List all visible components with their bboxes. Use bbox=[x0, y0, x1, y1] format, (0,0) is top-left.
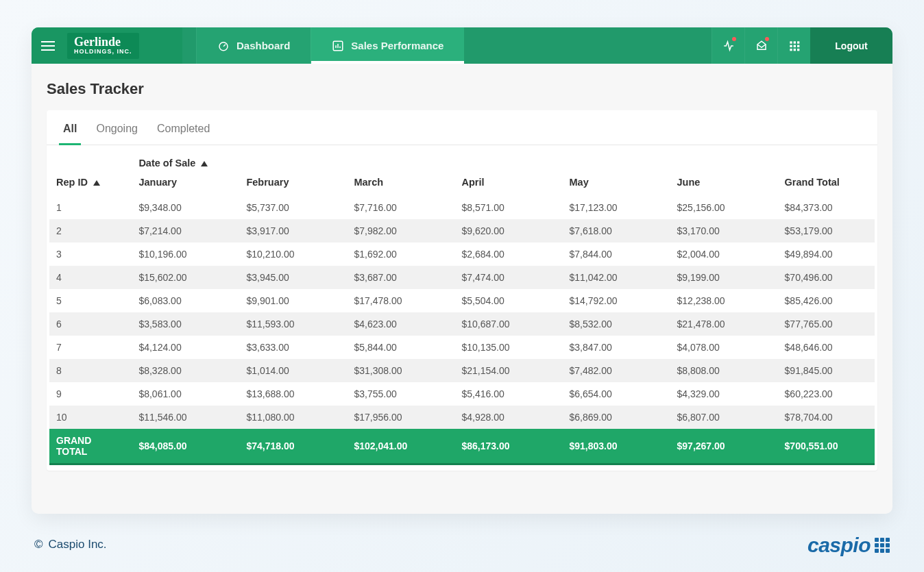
table-cell: $15,602.00 bbox=[132, 266, 239, 289]
table-cell: $17,956.00 bbox=[347, 406, 454, 429]
dashboard-icon bbox=[217, 40, 230, 52]
page-title: Sales Tracker bbox=[47, 80, 877, 98]
svg-rect-9 bbox=[793, 49, 795, 51]
table-row: 3$10,196.00$10,210.00$1,692.00$2,684.00$… bbox=[49, 243, 875, 266]
nav-dashboard[interactable]: Dashboard bbox=[196, 27, 311, 64]
table-cell: $9,199.00 bbox=[670, 266, 778, 289]
table-cell: $3,847.00 bbox=[563, 336, 670, 359]
tab-completed[interactable]: Completed bbox=[157, 123, 210, 145]
table-cell: $70,496.00 bbox=[778, 266, 875, 289]
table-cell: $7,982.00 bbox=[347, 219, 454, 243]
col-june[interactable]: June bbox=[670, 173, 778, 196]
table-row: 9$8,061.00$13,688.00$3,755.00$5,416.00$6… bbox=[49, 382, 875, 406]
tracker-card: All Ongoing Completed Date of Sale bbox=[47, 110, 877, 471]
table-cell: $3,170.00 bbox=[670, 219, 778, 243]
table-cell: $5,416.00 bbox=[454, 382, 562, 406]
nav-dashboard-label: Dashboard bbox=[236, 40, 290, 51]
table-row: 10$11,546.00$11,080.00$17,956.00$4,928.0… bbox=[49, 406, 875, 429]
table-cell: $2,004.00 bbox=[670, 243, 778, 266]
activity-button[interactable] bbox=[712, 27, 744, 64]
table-body: 1$9,348.00$5,737.00$7,716.00$8,571.00$17… bbox=[49, 196, 875, 464]
caspio-logo: caspio bbox=[807, 534, 890, 557]
table-cell: $53,179.00 bbox=[778, 219, 875, 243]
table-cell: $3,633.00 bbox=[239, 336, 347, 359]
table-cell: $91,845.00 bbox=[778, 359, 875, 382]
svg-rect-4 bbox=[797, 41, 799, 43]
table-cell: $21,478.00 bbox=[670, 312, 778, 336]
table-cell: $9,901.00 bbox=[239, 289, 347, 312]
sales-table-wrap: Date of Sale Rep ID January February bbox=[47, 145, 877, 471]
table-cell: $97,267.00 bbox=[670, 429, 778, 464]
table-cell: $2,684.00 bbox=[454, 243, 562, 266]
table-cell: $6,869.00 bbox=[563, 406, 670, 429]
nav-tabs: Dashboard Sales Performance bbox=[196, 27, 464, 64]
col-grand-total[interactable]: Grand Total bbox=[778, 173, 875, 196]
col-march[interactable]: March bbox=[347, 173, 454, 196]
svg-rect-5 bbox=[790, 45, 792, 47]
logout-label: Logout bbox=[835, 40, 867, 51]
table-cell: $10,196.00 bbox=[132, 243, 239, 266]
col-april[interactable]: April bbox=[454, 173, 562, 196]
table-cell: $3,755.00 bbox=[347, 382, 454, 406]
table-cell: $5,737.00 bbox=[239, 196, 347, 219]
brand-name: Gerlinde bbox=[74, 36, 132, 48]
footer-text: Caspio Inc. bbox=[49, 538, 107, 551]
table-cell: $7,716.00 bbox=[347, 196, 454, 219]
col-january[interactable]: January bbox=[132, 173, 239, 196]
col-group-date-of-sale[interactable]: Date of Sale bbox=[132, 158, 875, 173]
table-cell: $60,223.00 bbox=[778, 382, 875, 406]
table-cell: $31,308.00 bbox=[347, 359, 454, 382]
caspio-dots-icon bbox=[875, 538, 890, 553]
app-window: Gerlinde HOLDINGS, INC. Dashboard Sales … bbox=[32, 27, 892, 514]
table-cell: 8 bbox=[49, 359, 132, 382]
table-row: 6$3,583.00$11,593.00$4,623.00$10,687.00$… bbox=[49, 312, 875, 336]
table-cell: 4 bbox=[49, 266, 132, 289]
svg-rect-10 bbox=[797, 49, 799, 51]
brand-logo: Gerlinde HOLDINGS, INC. bbox=[67, 33, 139, 59]
col-may[interactable]: May bbox=[563, 173, 670, 196]
table-cell: $6,654.00 bbox=[563, 382, 670, 406]
table-cell: $10,135.00 bbox=[454, 336, 562, 359]
table-cell: 9 bbox=[49, 382, 132, 406]
table-cell: $7,618.00 bbox=[563, 219, 670, 243]
table-cell: $11,042.00 bbox=[563, 266, 670, 289]
page-body: Sales Tracker All Ongoing Completed bbox=[32, 64, 892, 491]
table-cell: $7,844.00 bbox=[563, 243, 670, 266]
table-cell: $8,532.00 bbox=[563, 312, 670, 336]
table-cell: $78,704.00 bbox=[778, 406, 875, 429]
table-cell: $4,329.00 bbox=[670, 382, 778, 406]
table-cell: $11,080.00 bbox=[239, 406, 347, 429]
logout-button[interactable]: Logout bbox=[810, 27, 892, 64]
svg-rect-6 bbox=[793, 45, 795, 47]
nav-sales-performance[interactable]: Sales Performance bbox=[311, 27, 464, 64]
sales-table: Date of Sale Rep ID January February bbox=[49, 158, 875, 465]
table-row: 8$8,328.00$1,014.00$31,308.00$21,154.00$… bbox=[49, 359, 875, 382]
inbox-button[interactable] bbox=[744, 27, 777, 64]
table-cell: $8,571.00 bbox=[454, 196, 562, 219]
table-cell: $48,646.00 bbox=[778, 336, 875, 359]
hamburger-menu[interactable] bbox=[41, 38, 58, 54]
envelope-open-icon bbox=[755, 40, 768, 52]
table-cell: $3,687.00 bbox=[347, 266, 454, 289]
topbar: Gerlinde HOLDINGS, INC. Dashboard Sales … bbox=[32, 27, 892, 64]
table-cell: 5 bbox=[49, 289, 132, 312]
col-rep-id[interactable]: Rep ID bbox=[49, 173, 132, 196]
table-cell: $9,348.00 bbox=[132, 196, 239, 219]
tab-ongoing[interactable]: Ongoing bbox=[96, 123, 138, 145]
table-cell: 3 bbox=[49, 243, 132, 266]
sort-asc-icon bbox=[201, 161, 208, 166]
table-cell: $3,945.00 bbox=[239, 266, 347, 289]
tab-all[interactable]: All bbox=[63, 123, 77, 145]
table-cell: $17,123.00 bbox=[563, 196, 670, 219]
table-cell: $74,718.00 bbox=[239, 429, 347, 464]
table-cell: $4,928.00 bbox=[454, 406, 562, 429]
table-cell: $5,504.00 bbox=[454, 289, 562, 312]
table-cell: $8,328.00 bbox=[132, 359, 239, 382]
table-cell: $84,085.00 bbox=[132, 429, 239, 464]
col-february[interactable]: February bbox=[239, 173, 347, 196]
table-cell: $84,373.00 bbox=[778, 196, 875, 219]
table-cell: $9,620.00 bbox=[454, 219, 562, 243]
table-cell: $4,124.00 bbox=[132, 336, 239, 359]
apps-button[interactable] bbox=[777, 27, 810, 64]
caspio-text: caspio bbox=[807, 534, 871, 557]
